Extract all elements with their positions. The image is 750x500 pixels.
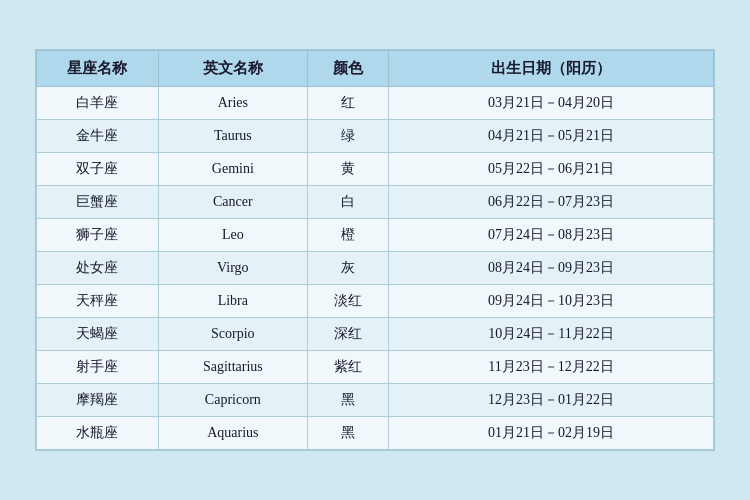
cell-color: 白 <box>307 186 388 219</box>
cell-cn: 摩羯座 <box>37 384 159 417</box>
cell-color: 黑 <box>307 384 388 417</box>
cell-date: 07月24日－08月23日 <box>389 219 714 252</box>
table-row: 双子座Gemini黄05月22日－06月21日 <box>37 153 714 186</box>
cell-cn: 巨蟹座 <box>37 186 159 219</box>
cell-color: 橙 <box>307 219 388 252</box>
header-date: 出生日期（阳历） <box>389 51 714 87</box>
cell-en: Sagittarius <box>158 351 307 384</box>
cell-date: 04月21日－05月21日 <box>389 120 714 153</box>
cell-cn: 射手座 <box>37 351 159 384</box>
cell-color: 黄 <box>307 153 388 186</box>
table-body: 白羊座Aries红03月21日－04月20日金牛座Taurus绿04月21日－0… <box>37 87 714 450</box>
cell-date: 05月22日－06月21日 <box>389 153 714 186</box>
cell-en: Taurus <box>158 120 307 153</box>
cell-color: 红 <box>307 87 388 120</box>
cell-en: Gemini <box>158 153 307 186</box>
cell-en: Aries <box>158 87 307 120</box>
cell-cn: 白羊座 <box>37 87 159 120</box>
cell-cn: 天秤座 <box>37 285 159 318</box>
cell-cn: 双子座 <box>37 153 159 186</box>
cell-en: Aquarius <box>158 417 307 450</box>
cell-date: 01月21日－02月19日 <box>389 417 714 450</box>
header-cn: 星座名称 <box>37 51 159 87</box>
table-row: 金牛座Taurus绿04月21日－05月21日 <box>37 120 714 153</box>
cell-date: 12月23日－01月22日 <box>389 384 714 417</box>
cell-en: Capricorn <box>158 384 307 417</box>
table-row: 白羊座Aries红03月21日－04月20日 <box>37 87 714 120</box>
cell-date: 11月23日－12月22日 <box>389 351 714 384</box>
table-row: 水瓶座Aquarius黑01月21日－02月19日 <box>37 417 714 450</box>
table-header-row: 星座名称 英文名称 颜色 出生日期（阳历） <box>37 51 714 87</box>
table-row: 巨蟹座Cancer白06月22日－07月23日 <box>37 186 714 219</box>
cell-color: 淡红 <box>307 285 388 318</box>
zodiac-table: 星座名称 英文名称 颜色 出生日期（阳历） 白羊座Aries红03月21日－04… <box>36 50 714 450</box>
table-row: 摩羯座Capricorn黑12月23日－01月22日 <box>37 384 714 417</box>
cell-date: 06月22日－07月23日 <box>389 186 714 219</box>
cell-cn: 天蝎座 <box>37 318 159 351</box>
cell-cn: 金牛座 <box>37 120 159 153</box>
cell-en: Virgo <box>158 252 307 285</box>
table-row: 天蝎座Scorpio深红10月24日－11月22日 <box>37 318 714 351</box>
cell-en: Libra <box>158 285 307 318</box>
table-row: 射手座Sagittarius紫红11月23日－12月22日 <box>37 351 714 384</box>
cell-color: 深红 <box>307 318 388 351</box>
cell-date: 08月24日－09月23日 <box>389 252 714 285</box>
cell-color: 灰 <box>307 252 388 285</box>
cell-en: Cancer <box>158 186 307 219</box>
cell-cn: 水瓶座 <box>37 417 159 450</box>
table-row: 天秤座Libra淡红09月24日－10月23日 <box>37 285 714 318</box>
header-en: 英文名称 <box>158 51 307 87</box>
cell-color: 紫红 <box>307 351 388 384</box>
table-row: 处女座Virgo灰08月24日－09月23日 <box>37 252 714 285</box>
cell-date: 10月24日－11月22日 <box>389 318 714 351</box>
header-color: 颜色 <box>307 51 388 87</box>
cell-en: Leo <box>158 219 307 252</box>
cell-cn: 处女座 <box>37 252 159 285</box>
cell-color: 黑 <box>307 417 388 450</box>
cell-date: 03月21日－04月20日 <box>389 87 714 120</box>
cell-cn: 狮子座 <box>37 219 159 252</box>
cell-date: 09月24日－10月23日 <box>389 285 714 318</box>
cell-color: 绿 <box>307 120 388 153</box>
cell-en: Scorpio <box>158 318 307 351</box>
zodiac-table-container: 星座名称 英文名称 颜色 出生日期（阳历） 白羊座Aries红03月21日－04… <box>35 49 715 451</box>
table-row: 狮子座Leo橙07月24日－08月23日 <box>37 219 714 252</box>
